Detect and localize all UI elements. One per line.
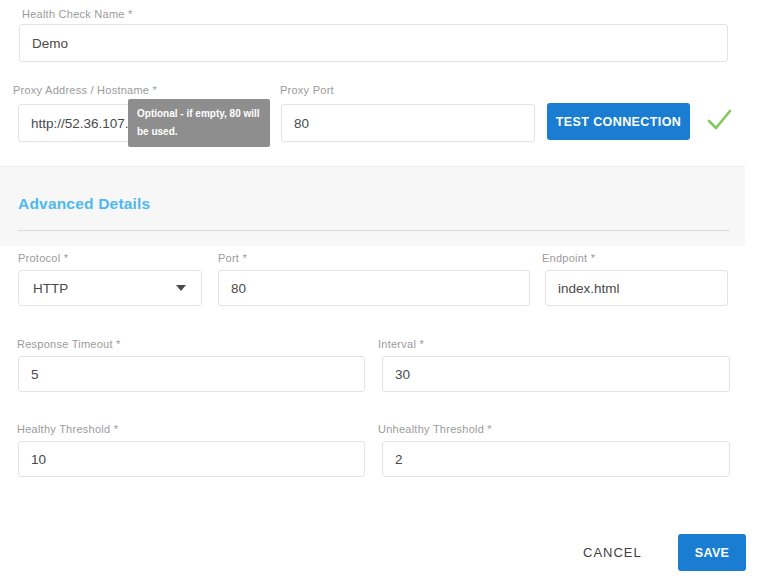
- proxy-port-tooltip: Optional - if empty, 80 will be used.: [128, 99, 270, 147]
- proxy-port-label: Proxy Port: [280, 84, 334, 96]
- response-timeout-input[interactable]: [18, 356, 365, 392]
- port-label: Port *: [218, 252, 247, 264]
- healthy-threshold-input[interactable]: [18, 441, 365, 477]
- interval-label: Interval *: [378, 338, 424, 350]
- endpoint-input[interactable]: [545, 270, 728, 306]
- save-button[interactable]: SAVE: [678, 534, 746, 571]
- cancel-button[interactable]: CANCEL: [583, 545, 642, 560]
- endpoint-label: Endpoint *: [542, 252, 595, 264]
- interval-input[interactable]: [382, 356, 730, 392]
- health-check-name-input[interactable]: [19, 24, 728, 62]
- response-timeout-label: Response Timeout *: [17, 338, 121, 350]
- section-divider: [18, 230, 730, 231]
- healthy-threshold-label: Healthy Threshold *: [17, 423, 118, 435]
- health-check-name-label: Health Check Name *: [22, 8, 133, 20]
- proxy-port-input[interactable]: [281, 104, 535, 142]
- unhealthy-threshold-label: Unhealthy Threshold *: [378, 423, 492, 435]
- protocol-label: Protocol *: [18, 252, 68, 264]
- protocol-select[interactable]: HTTP: [18, 270, 202, 306]
- port-input[interactable]: [218, 270, 530, 306]
- proxy-address-label: Proxy Address / Hostname *: [13, 84, 157, 96]
- check-icon: [703, 106, 735, 134]
- test-connection-button[interactable]: TEST CONNECTION: [547, 103, 690, 140]
- protocol-selected-value: HTTP: [33, 281, 68, 296]
- unhealthy-threshold-input[interactable]: [382, 441, 730, 477]
- caret-down-icon: [176, 285, 186, 291]
- health-check-form: Health Check Name * Proxy Address / Host…: [0, 0, 768, 580]
- advanced-details-title: Advanced Details: [18, 195, 150, 213]
